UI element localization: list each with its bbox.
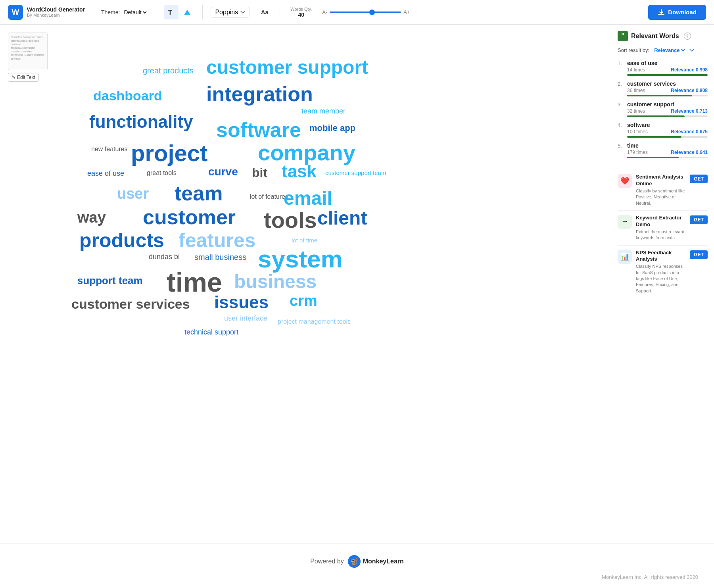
app-desc: Extract the most relevant keywords from … [636, 229, 686, 241]
item-times: 14 times [627, 67, 645, 73]
sidebar-divider [618, 164, 708, 164]
word-cloud-word: technical support [184, 328, 238, 336]
word-cloud-word: integration [206, 82, 313, 106]
app-card: 📊 NPS Feedback Analysis Classify NPS res… [618, 246, 708, 298]
shape-button[interactable] [180, 5, 194, 19]
sidebar-header: " Relevant Words ? [618, 31, 708, 41]
item-meta: 100 times Relevance 0.675 [618, 129, 708, 135]
app-icon: ❤️ [618, 174, 632, 188]
size-max-label: A+ [403, 9, 410, 15]
item-times: 179 times [627, 150, 648, 155]
sidebar-title: Relevant Words [631, 33, 679, 40]
word-cloud-word: time [167, 267, 222, 298]
header: W WordCloud Generator By MonkeyLearn The… [0, 0, 714, 25]
app-icon: 📊 [618, 250, 632, 264]
item-name: software [627, 122, 708, 128]
brand-name: MonkeyLearn [363, 558, 404, 565]
word-cloud-word: business [234, 271, 317, 292]
app-cards-list: ❤️ Sentiment Analysis Online Classify by… [618, 170, 708, 298]
footer: Powered by 🐒 MonkeyLearn MonkeyLearn Inc… [0, 544, 714, 588]
word-cloud-word: software [216, 118, 301, 142]
app-info: Sentiment Analysis Online Classify by se… [636, 174, 686, 206]
item-relevance: Relevance 0.998 [671, 67, 708, 73]
logo-area: W WordCloud Generator By MonkeyLearn [8, 5, 85, 20]
app-name: NPS Feedback Analysis [636, 250, 686, 263]
separator3 [202, 5, 203, 19]
separator2 [156, 5, 156, 19]
item-number: 1. [618, 60, 625, 66]
word-cloud-word: great tools [147, 169, 177, 177]
download-button[interactable]: Download [648, 5, 706, 20]
item-name: time [627, 142, 708, 149]
item-number: 3. [618, 102, 625, 108]
item-name: customer services [627, 81, 708, 87]
item-number: 5. [618, 143, 625, 149]
footer-copyright: MonkeyLearn Inc. All rights reserved 202… [8, 574, 706, 580]
words-qty-value: 40 [298, 12, 304, 18]
app-desc: Classify by sentiment like Positive, Neg… [636, 188, 686, 206]
word-cloud-word: lot of time [292, 237, 317, 244]
logo-text: WordCloud Generator By MonkeyLearn [27, 6, 85, 18]
item-relevance: Relevance 0.713 [671, 108, 708, 114]
progress-bar-bg [627, 115, 708, 117]
app-subtitle: By MonkeyLearn [27, 13, 85, 18]
main-content: Curabitur brazo purus nec justo faucibus… [0, 25, 714, 544]
item-meta: 32 times Relevance 0.713 [618, 108, 708, 114]
get-button[interactable]: GET [690, 175, 708, 183]
word-cloud-word: team [175, 181, 223, 205]
relevant-item: 2. customer services 36 times Relevance … [618, 81, 708, 96]
app-card: ❤️ Sentiment Analysis Online Classify by… [618, 170, 708, 211]
logo-icon: W [8, 5, 23, 20]
relevant-item-header: 1. ease of use [618, 60, 708, 66]
progress-bar-fill [627, 115, 685, 117]
word-cloud-word: customer services [71, 296, 190, 312]
word-cloud-word: curve [208, 165, 238, 178]
relevant-item: 1. ease of use 14 times Relevance 0.998 [618, 60, 708, 76]
app-icon: → [618, 215, 632, 229]
size-slider-area: A- A+ [322, 9, 640, 15]
get-button[interactable]: GET [690, 250, 708, 259]
word-cloud-word: dashboard [93, 88, 162, 104]
progress-bar-bg [627, 74, 708, 76]
words-qty-label: Words Qty. [290, 7, 312, 12]
theme-select[interactable]: Default [122, 9, 148, 16]
size-slider[interactable] [330, 12, 401, 13]
word-cloud-word: system [258, 245, 343, 273]
item-relevance: Relevance 0.808 [671, 88, 708, 93]
item-meta: 36 times Relevance 0.808 [618, 88, 708, 93]
word-cloud-word: customer support [206, 56, 368, 78]
font-size-button[interactable]: Aa [257, 5, 272, 19]
word-cloud-word: products [79, 229, 164, 252]
progress-bar-fill [627, 136, 681, 138]
get-button[interactable]: GET [690, 215, 708, 224]
word-cloud-word: dundas bi [149, 253, 180, 261]
item-meta: 14 times Relevance 0.998 [618, 67, 708, 73]
progress-bar-bg [627, 95, 708, 96]
word-cloud-word: crm [290, 292, 317, 309]
font-select-area[interactable]: Poppins [211, 7, 250, 18]
text-style-button[interactable]: T [164, 5, 178, 19]
progress-bar-fill [627, 95, 692, 96]
word-cloud-word: bit [252, 165, 267, 180]
word-cloud-word: great products [143, 66, 194, 75]
word-cloud-word: team member [301, 107, 345, 115]
word-cloud-word: task [282, 161, 317, 181]
footer-powered: Powered by 🐒 MonkeyLearn [8, 555, 706, 568]
word-cloud-word: mobile app [309, 123, 355, 133]
download-icon [658, 9, 665, 16]
size-min-label: A- [322, 9, 327, 15]
app-info: Keyword Extractor Demo Extract the most … [636, 215, 686, 241]
separator [93, 5, 93, 19]
word-cloud-word: features [178, 229, 256, 252]
word-cloud-word: support team [77, 275, 143, 287]
sort-select[interactable]: Relevance [653, 47, 686, 54]
help-icon[interactable]: ? [684, 33, 691, 40]
relevant-item-header: 3. customer support [618, 101, 708, 108]
app-desc: Classify NPS responses for SaaS products… [636, 263, 686, 294]
app-card: → Keyword Extractor Demo Extract the mos… [618, 211, 708, 246]
item-number: 4. [618, 122, 625, 128]
word-cloud-word: way [77, 209, 106, 226]
app-title: WordCloud Generator [27, 6, 85, 13]
word-cloud-word: project [131, 140, 207, 166]
powered-label: Powered by [310, 558, 344, 565]
